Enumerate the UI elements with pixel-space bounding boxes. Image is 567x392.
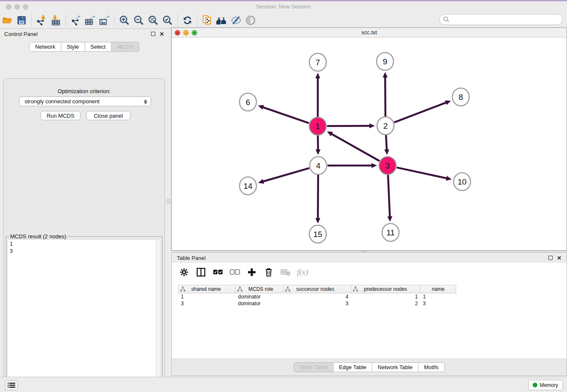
cell-name[interactable]: 1 (421, 293, 456, 300)
graph-edge-3-1[interactable] (331, 134, 379, 161)
float-panel-icon[interactable] (151, 32, 155, 36)
toolbar-separator (177, 14, 178, 27)
close-table-panel-icon[interactable]: ✕ (557, 255, 561, 261)
control-panel: Control Panel ✕ Network Style Select MCD… (0, 29, 168, 373)
table-settings-icon[interactable] (179, 267, 190, 278)
export-network-icon[interactable] (69, 14, 83, 27)
maximize-window-button[interactable] (23, 4, 28, 10)
graph-edge-arrowhead (315, 218, 320, 224)
import-network-icon[interactable] (34, 14, 49, 27)
search-field[interactable] (439, 14, 563, 25)
column-header-successor-nodes[interactable]: successor nodes (284, 285, 351, 293)
graph-edge-4-14[interactable] (263, 168, 309, 182)
graph-edge-arrowhead (384, 149, 389, 155)
select-all-icon[interactable] (212, 267, 223, 278)
minimize-window-button[interactable] (14, 4, 20, 10)
network-canvas[interactable]: 7968124314101511 (172, 38, 567, 250)
cell-shared-name[interactable]: 1 (179, 293, 236, 300)
graph-edge-2-8[interactable] (394, 102, 447, 122)
save-session-icon[interactable] (14, 14, 29, 27)
graph-edge-2-3[interactable] (386, 135, 387, 150)
new-network-from-selection-icon[interactable] (200, 14, 215, 27)
apply-layout-icon[interactable] (180, 14, 195, 27)
zoom-fit-icon[interactable] (146, 14, 160, 27)
column-header-predecessor-nodes[interactable]: predecessor nodes (351, 285, 421, 293)
open-file-icon[interactable] (0, 14, 14, 27)
memory-status-icon (533, 383, 537, 387)
graph-node-label-2: 2 (383, 121, 388, 130)
tab-mcds[interactable]: MCDS (112, 42, 139, 52)
close-window-button[interactable] (6, 4, 11, 10)
column-header-shared-name[interactable]: shared name (179, 285, 236, 293)
network-close-icon[interactable]: × (175, 30, 180, 36)
graph-node-label-14: 14 (243, 182, 253, 190)
close-panel-icon[interactable]: ✕ (160, 31, 164, 37)
zoom-in-icon[interactable] (117, 14, 132, 27)
cell-predecessor-nodes[interactable]: 1 (351, 293, 421, 300)
unselect-all-icon[interactable] (229, 267, 240, 278)
table-panel-title: Table Panel (177, 255, 548, 261)
cell-mcds-role[interactable]: dominator (236, 293, 284, 300)
table-row[interactable]: 1 dominator 4 1 1 (179, 293, 456, 300)
cell-name[interactable]: 3 (421, 300, 456, 307)
task-history-button[interactable] (5, 380, 18, 390)
cell-successor-nodes[interactable]: 3 (284, 300, 351, 307)
export-table-icon[interactable] (83, 14, 97, 27)
network-minimize-icon[interactable]: − (183, 30, 189, 36)
control-panel-title: Control Panel (4, 31, 151, 37)
optimization-criterion-label: Optimization criterion: (4, 88, 165, 94)
tab-motifs[interactable]: Motifs (418, 362, 445, 372)
zoom-selected-icon[interactable] (160, 14, 175, 27)
column-header-name[interactable]: name (421, 285, 456, 293)
graph-edge-arrowhead (258, 105, 264, 110)
first-neighbors-icon[interactable] (215, 14, 229, 27)
close-panel-button[interactable]: Close panel (86, 111, 130, 120)
select-stepper-icon (143, 98, 148, 105)
graph-edge-1-2[interactable] (327, 126, 370, 126)
tab-network-table[interactable]: Network Table (372, 362, 418, 372)
tab-style[interactable]: Style (61, 42, 85, 52)
run-mcds-button[interactable]: Run MCDS (41, 111, 80, 120)
tab-edge-table[interactable]: Edge Table (333, 362, 372, 372)
main-toolbar (0, 12, 567, 29)
tab-select[interactable]: Select (85, 42, 112, 52)
cell-shared-name[interactable]: 3 (179, 300, 236, 307)
cell-predecessor-nodes[interactable]: 2 (351, 300, 421, 307)
hide-selected-icon[interactable] (229, 14, 243, 27)
optimization-criterion-select[interactable]: strongly connected component (19, 97, 151, 106)
delete-row-icon[interactable] (263, 267, 274, 278)
graph-edge-arrowhead (258, 179, 264, 184)
graph-edge-2-9[interactable] (385, 77, 385, 116)
graph-edge-4-15[interactable] (318, 175, 318, 219)
tab-network[interactable]: Network (29, 42, 61, 52)
graph-node-label-9: 9 (383, 57, 388, 66)
mcds-result-textarea[interactable]: 1 3 (8, 240, 160, 392)
delete-table-icon[interactable] (280, 267, 291, 278)
result-scrollbar[interactable] (156, 240, 160, 392)
function-builder-icon[interactable]: f(x) (297, 268, 308, 277)
cell-mcds-role[interactable]: dominator (236, 300, 284, 307)
zoom-out-icon[interactable] (132, 14, 146, 27)
graph-edge-3-11[interactable] (388, 175, 390, 217)
column-header-mcds-role[interactable]: MCDS role (236, 285, 284, 293)
import-table-icon[interactable] (49, 14, 63, 27)
vertical-splitter-handle[interactable] (167, 199, 171, 204)
table-row[interactable]: 3 dominator 3 2 3 (179, 300, 456, 307)
search-input[interactable] (452, 17, 562, 23)
network-maximize-icon[interactable]: + (192, 30, 197, 36)
float-table-panel-icon[interactable] (548, 256, 553, 260)
add-row-icon[interactable] (246, 267, 257, 278)
graph-edge-3-10[interactable] (397, 168, 447, 179)
table-toolbar: f(x) (172, 263, 567, 282)
show-columns-icon[interactable] (195, 267, 206, 278)
graph-edge-1-6[interactable] (262, 107, 309, 123)
memory-label: Memory (540, 382, 558, 388)
window-title: Session: New Session (0, 1, 567, 12)
show-all-icon[interactable] (243, 14, 258, 27)
mcds-result-title: MCDS result (2 nodes) (9, 233, 67, 240)
export-image-icon[interactable] (97, 14, 112, 27)
cell-successor-nodes[interactable]: 4 (284, 293, 351, 300)
tab-node-table[interactable]: Node Table (294, 362, 333, 372)
memory-button[interactable]: Memory (528, 380, 563, 390)
network-window-titlebar[interactable]: × − + scc.txt (172, 28, 567, 38)
